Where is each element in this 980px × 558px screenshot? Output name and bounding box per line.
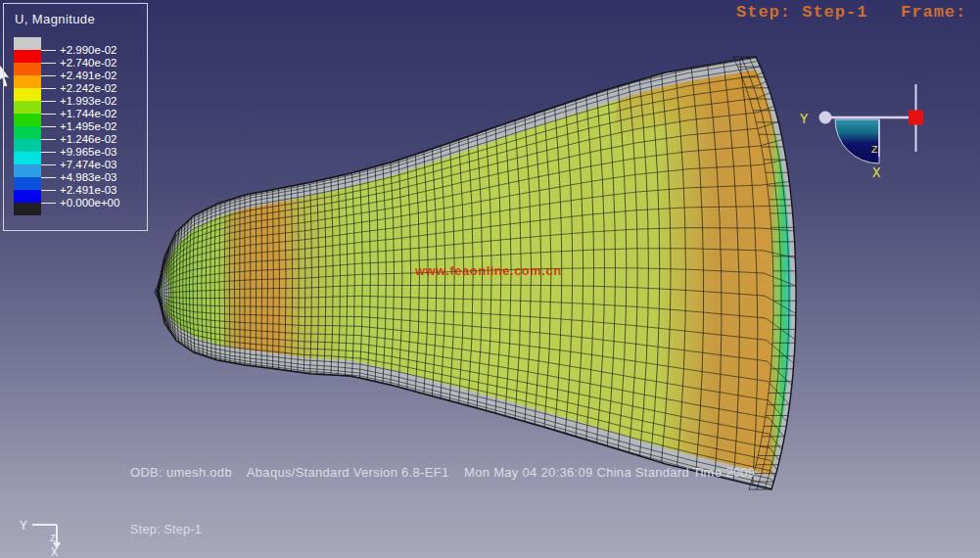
triad-z-label: Z — [50, 534, 56, 544]
legend-tick — [41, 50, 56, 51]
legend-swatch — [14, 203, 41, 215]
watermark-text: www.feaonline.com.cn — [415, 263, 562, 278]
triad-x-label: X — [51, 546, 58, 558]
legend-value: +2.491e-03 — [60, 184, 117, 196]
legend-tick — [41, 114, 56, 115]
abaqus-viewer-viewport[interactable]: Y Z X Y Z X U, Magnitude +2.990e-02+2.74… — [0, 0, 980, 558]
legend-swatch — [14, 164, 41, 177]
view-compass[interactable]: Y Z X — [800, 84, 923, 181]
legend-tick — [41, 164, 56, 165]
compass-red-handle-icon[interactable] — [909, 111, 923, 125]
legend-tick — [41, 75, 56, 76]
legend-tick — [41, 139, 56, 140]
legend-tick — [41, 101, 56, 102]
legend-swatch — [14, 126, 41, 139]
triad-y-label: Y — [20, 519, 27, 534]
legend-tick — [41, 63, 56, 64]
legend-tick — [41, 203, 56, 204]
legend-swatch — [14, 63, 41, 75]
legend-swatch — [14, 190, 41, 203]
legend-value: +7.474e-03 — [60, 159, 117, 170]
step-frame-label: Step: Step-1 Frame: — [736, 3, 966, 22]
legend-swatch — [14, 101, 41, 114]
legend-title: U, Magnitude — [15, 12, 95, 26]
legend-value: +1.744e-02 — [60, 108, 117, 119]
legend-swatch — [14, 88, 41, 101]
legend-value: +4.983e-03 — [60, 171, 117, 183]
odb-info-line: ODB: umesh.odb Abaqus/Standard Version 6… — [130, 465, 755, 480]
legend-value: +2.242e-02 — [60, 82, 117, 94]
legend-tick — [41, 177, 56, 178]
legend-tick — [41, 88, 56, 89]
legend-swatch — [14, 75, 41, 88]
legend-value: +1.993e-02 — [60, 95, 117, 107]
orientation-triad: Y Z X — [20, 519, 61, 558]
state-line-step: Step: Step-1 — [130, 523, 458, 536]
compass-y-label: Y — [800, 112, 809, 127]
compass-x-label: X — [872, 165, 881, 181]
legend-value: +2.990e-02 — [60, 44, 117, 56]
compass-ball-icon[interactable] — [819, 112, 832, 124]
legend-swatch — [14, 152, 41, 164]
legend-value: +2.740e-02 — [60, 57, 117, 69]
legend-swatch — [14, 177, 41, 190]
legend-swatch — [14, 114, 41, 126]
legend-swatch — [14, 37, 41, 50]
contour-legend: U, Magnitude +2.990e-02+2.740e-02+2.491e… — [3, 3, 148, 231]
legend-swatch — [14, 50, 41, 63]
legend-swatch — [14, 139, 41, 152]
compass-z-label: Z — [871, 144, 878, 156]
legend-tick — [41, 190, 56, 191]
legend-tick — [41, 152, 56, 153]
legend-tick — [41, 126, 56, 127]
legend-value: +1.495e-02 — [60, 120, 117, 132]
compass-fan-icon[interactable] — [835, 119, 879, 163]
legend-value: +1.246e-02 — [60, 133, 117, 145]
legend-value: +0.000e+00 — [60, 197, 119, 209]
legend-value: +9.965e-03 — [60, 146, 117, 158]
legend-value: +2.491e-02 — [60, 70, 117, 81]
state-block: Step: Step-1 Increment 30: Step Time = 7… — [130, 495, 458, 558]
